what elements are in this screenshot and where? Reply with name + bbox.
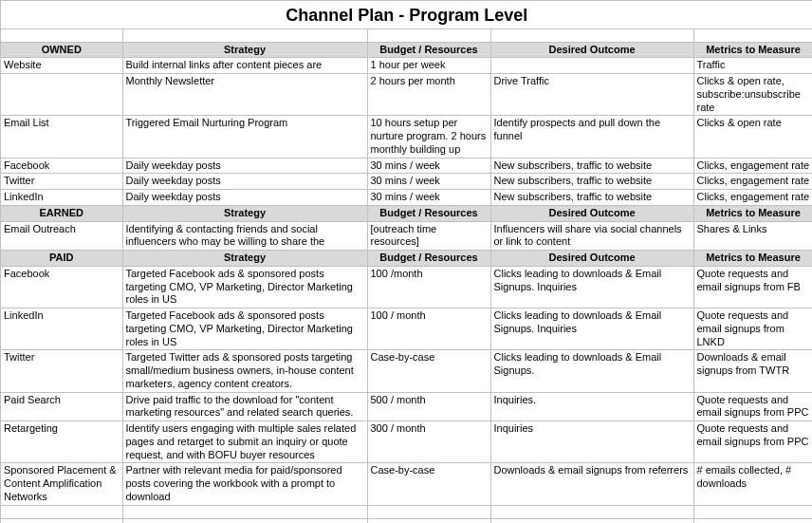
- cell-budget[interactable]: 100 /month: [367, 266, 490, 308]
- cell-strategy[interactable]: Identify users engaging with multiple sa…: [122, 421, 367, 463]
- table-row: Monthly Newsletter2 hours per monthDrive…: [1, 74, 812, 116]
- column-header: Metrics to Measure: [693, 251, 812, 267]
- cell-budget[interactable]: [outreach time resources]: [367, 221, 490, 251]
- cell-strategy[interactable]: Daily weekday posts: [122, 158, 367, 174]
- table-row: LinkedInTargeted Facebook ads & sponsore…: [1, 308, 812, 350]
- title-row: Channel Plan - Program Level: [1, 1, 812, 28]
- cell-metrics[interactable]: Quote requests and email signups from LN…: [693, 308, 812, 350]
- cell-channel[interactable]: Twitter: [1, 350, 122, 392]
- cell-budget[interactable]: Case-by-case: [367, 463, 490, 505]
- cell-metrics[interactable]: Clicks, engagement rate: [693, 158, 812, 174]
- cell-outcome[interactable]: Downloads & email signups from referrers: [490, 463, 693, 505]
- cell-metrics[interactable]: Shares & Links: [693, 221, 812, 251]
- cell-strategy[interactable]: Targeted Twitter ads & sponsored posts t…: [122, 350, 367, 392]
- cell-strategy[interactable]: Partner with relevant media for paid/spo…: [122, 463, 367, 505]
- cell-outcome[interactable]: New subscribers, traffic to website: [490, 174, 693, 190]
- column-header: Budget / Resources: [367, 205, 490, 221]
- cell-channel[interactable]: Retargeting: [1, 421, 122, 463]
- cell-metrics[interactable]: Traffic: [693, 58, 812, 74]
- section-name: PAID: [1, 251, 122, 267]
- column-header: Strategy: [122, 42, 367, 58]
- cell-metrics[interactable]: # emails collected, # downloads: [693, 463, 812, 505]
- cell-strategy[interactable]: Daily weekday posts: [122, 190, 367, 206]
- column-header: Strategy: [122, 205, 367, 221]
- cell-budget[interactable]: 30 mins / week: [367, 158, 490, 174]
- page-title: Channel Plan - Program Level: [1, 1, 812, 28]
- column-header: Metrics to Measure: [693, 205, 812, 221]
- cell-metrics[interactable]: Clicks, engagement rate: [693, 190, 812, 206]
- cell-channel[interactable]: LinkedIn: [1, 308, 122, 350]
- column-header: Desired Outcome: [490, 251, 693, 267]
- column-header: Metrics to Measure: [693, 42, 812, 58]
- cell-outcome[interactable]: Identify prospects and pull down the fun…: [490, 116, 693, 158]
- cell-outcome[interactable]: New subscribers, traffic to website: [490, 158, 693, 174]
- table-row: LinkedInDaily weekday posts30 mins / wee…: [1, 190, 812, 206]
- spacer-row: [1, 28, 812, 42]
- cell-channel[interactable]: Facebook: [1, 266, 122, 308]
- cell-budget[interactable]: Case-by-case: [367, 350, 490, 392]
- column-header: Strategy: [122, 251, 367, 267]
- cell-outcome[interactable]: Drive Traffic: [490, 74, 693, 116]
- cell-outcome[interactable]: Clicks leading to downloads & Email Sign…: [490, 266, 693, 308]
- channel-plan-table: Channel Plan - Program Level OWNEDStrate…: [1, 1, 812, 523]
- cell-channel[interactable]: LinkedIn: [1, 190, 122, 206]
- cell-budget[interactable]: 10 hours setup per nurture program. 2 ho…: [367, 116, 490, 158]
- cell-channel[interactable]: Website: [1, 58, 122, 74]
- cell-strategy[interactable]: Drive paid traffic to the download for "…: [122, 392, 367, 421]
- column-header: Desired Outcome: [490, 42, 693, 58]
- cell-budget[interactable]: 300 / month: [367, 421, 490, 463]
- cell-budget[interactable]: 30 mins / week: [367, 174, 490, 190]
- cell-strategy[interactable]: Targeted Facebook ads & sponsored posts …: [122, 266, 367, 308]
- table-row: FacebookDaily weekday posts30 mins / wee…: [1, 158, 812, 174]
- section-header-row: OWNEDStrategyBudget / ResourcesDesired O…: [1, 42, 812, 58]
- table-row: Email ListTriggered Email Nurturing Prog…: [1, 116, 812, 158]
- cell-outcome[interactable]: Inquiries.: [490, 392, 693, 421]
- cell-metrics[interactable]: Quote requests and email signups from FB: [693, 266, 812, 308]
- cell-strategy[interactable]: Build internal links after content piece…: [122, 58, 367, 74]
- cell-outcome[interactable]: Inquiries: [490, 421, 693, 463]
- cell-channel[interactable]: Twitter: [1, 174, 122, 190]
- column-header: Desired Outcome: [490, 205, 693, 221]
- spreadsheet-grid: Channel Plan - Program Level OWNEDStrate…: [0, 0, 812, 523]
- cell-strategy[interactable]: Identifying & contacting friends and soc…: [122, 221, 367, 251]
- cell-metrics[interactable]: Clicks & open rate, subscribe:unsubscrib…: [693, 74, 812, 116]
- cell-outcome[interactable]: Clicks leading to downloads & Email Sign…: [490, 308, 693, 350]
- section-name: EARNED: [1, 205, 122, 221]
- column-header: Budget / Resources: [367, 251, 490, 267]
- cell-channel[interactable]: Email Outreach: [1, 221, 122, 251]
- table-row: Email OutreachIdentifying & contacting f…: [1, 221, 812, 251]
- cell-metrics[interactable]: Clicks & open rate: [693, 116, 812, 158]
- cell-outcome[interactable]: [490, 58, 693, 74]
- cell-strategy[interactable]: Triggered Email Nurturing Program: [122, 116, 367, 158]
- cell-outcome[interactable]: Clicks leading to downloads & Email Sign…: [490, 350, 693, 392]
- cell-budget[interactable]: 30 mins / week: [367, 190, 490, 206]
- section-name: OWNED: [1, 42, 122, 58]
- cell-channel[interactable]: Paid Search: [1, 392, 122, 421]
- cell-budget[interactable]: 1 hour per week: [367, 58, 490, 74]
- cell-strategy[interactable]: Targeted Facebook ads & sponsored posts …: [122, 308, 367, 350]
- cell-outcome[interactable]: Influencers will share via social channe…: [490, 221, 693, 251]
- cell-budget[interactable]: 100 / month: [367, 308, 490, 350]
- cell-strategy[interactable]: Monthly Newsletter: [122, 74, 367, 116]
- table-row: Sponsored Placement & Content Amplificat…: [1, 463, 812, 505]
- cell-strategy[interactable]: Daily weekday posts: [122, 174, 367, 190]
- table-row: Paid SearchDrive paid traffic to the dow…: [1, 392, 812, 421]
- column-header: Budget / Resources: [367, 42, 490, 58]
- spacer-row: [1, 518, 812, 523]
- cell-metrics[interactable]: Clicks, engagement rate: [693, 174, 812, 190]
- cell-channel[interactable]: [1, 74, 122, 116]
- cell-metrics[interactable]: Quote requests and email signups from PP…: [693, 392, 812, 421]
- cell-channel[interactable]: Facebook: [1, 158, 122, 174]
- cell-outcome[interactable]: New subscribers, traffic to website: [490, 190, 693, 206]
- cell-budget[interactable]: 500 / month: [367, 392, 490, 421]
- section-header-row: EARNEDStrategyBudget / ResourcesDesired …: [1, 205, 812, 221]
- section-header-row: PAIDStrategyBudget / ResourcesDesired Ou…: [1, 251, 812, 267]
- cell-metrics[interactable]: Quote requests and email signups from PP…: [693, 421, 812, 463]
- cell-channel[interactable]: Sponsored Placement & Content Amplificat…: [1, 463, 122, 505]
- cell-channel[interactable]: Email List: [1, 116, 122, 158]
- table-row: TwitterTargeted Twitter ads & sponsored …: [1, 350, 812, 392]
- table-row: WebsiteBuild internal links after conten…: [1, 58, 812, 74]
- cell-budget[interactable]: 2 hours per month: [367, 74, 490, 116]
- table-row: FacebookTargeted Facebook ads & sponsore…: [1, 266, 812, 308]
- cell-metrics[interactable]: Downloads & email signups from TWTR: [693, 350, 812, 392]
